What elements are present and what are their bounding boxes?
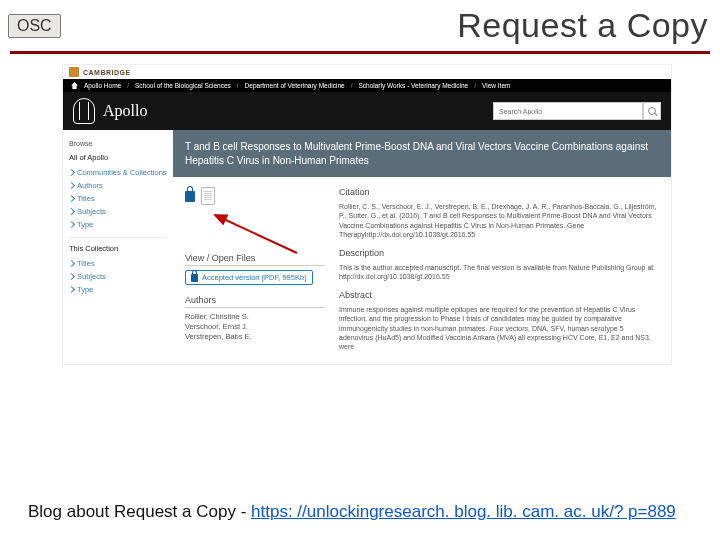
cambridge-name: CAMBRIDGE [83, 69, 131, 76]
citation-text: Rollier, C. S., Verschoor, E. J., Verstr… [339, 202, 659, 240]
crumb-sep: / [237, 82, 239, 89]
authors-list: Rollier, Christine S. Verschoor, Ernst J… [185, 312, 325, 341]
lock-icon [185, 191, 195, 202]
sidebar-item-label: Type [77, 220, 93, 229]
search-input[interactable] [493, 102, 643, 120]
caption-link[interactable]: https: //unlockingresearch. blog. lib. c… [251, 502, 676, 521]
caption-prefix: Blog about Request a Copy - [28, 502, 251, 521]
chevron-right-icon [68, 221, 75, 228]
sidebar-all-heading: All of Apollo [69, 153, 167, 162]
sidebar-browse-label: Browse [69, 140, 167, 147]
crumb-collection[interactable]: Scholarly Works - Veterinary Medicine [359, 82, 469, 89]
brand-row: Apollo [63, 92, 671, 130]
document-icon [201, 187, 215, 205]
osc-badge: OSC [8, 14, 61, 38]
sidebar-item-label: Authors [77, 181, 103, 190]
sidebar-item-communities[interactable]: Communities & Collections [69, 166, 167, 179]
sidebar-item-subjects-2[interactable]: Subjects [69, 270, 167, 283]
sidebar-item-authors[interactable]: Authors [69, 179, 167, 192]
chevron-right-icon [68, 286, 75, 293]
record-title: T and B cell Responses to Multivalent Pr… [173, 130, 671, 177]
search-button[interactable] [643, 102, 661, 120]
sidebar-item-label: Titles [77, 194, 95, 203]
sidebar-item-titles[interactable]: Titles [69, 192, 167, 205]
description-heading: Description [339, 248, 659, 260]
sidebar-item-subjects[interactable]: Subjects [69, 205, 167, 218]
description-text: This is the author accepted manuscript. … [339, 263, 659, 282]
slide-title: Request a Copy [457, 6, 708, 45]
sidebar-item-label: Subjects [77, 272, 106, 281]
chevron-right-icon [68, 260, 75, 267]
browse-sidebar: Browse All of Apollo Communities & Colle… [63, 130, 173, 364]
sidebar-item-label: Communities & Collections [77, 168, 167, 177]
sidebar-item-type[interactable]: Type [69, 218, 167, 231]
apollo-screenshot: CAMBRIDGE Apollo Home / School of the Bi… [62, 64, 672, 365]
abstract-text: Immune responses against multiple epitop… [339, 305, 659, 352]
accepted-version-link[interactable]: Accepted version (PDF, 995Kb) [185, 270, 313, 285]
pill-label: Accepted version (PDF, 995Kb) [202, 273, 307, 282]
chevron-right-icon [68, 182, 75, 189]
file-preview[interactable] [185, 187, 325, 205]
breadcrumb-nav: Apollo Home / School of the Biological S… [63, 79, 671, 92]
authors-heading: Authors [185, 295, 325, 308]
sidebar-item-label: Subjects [77, 207, 106, 216]
citation-heading: Citation [339, 187, 659, 199]
cambridge-crest-icon [69, 67, 79, 77]
abstract-heading: Abstract [339, 290, 659, 302]
sidebar-item-label: Titles [77, 259, 95, 268]
crumb-sep: / [127, 82, 129, 89]
crumb-sep: / [351, 82, 353, 89]
crumb-school[interactable]: School of the Biological Sciences [135, 82, 231, 89]
chevron-right-icon [68, 273, 75, 280]
cambridge-bar: CAMBRIDGE [63, 65, 671, 79]
sidebar-item-label: Type [77, 285, 93, 294]
header-rule [10, 51, 710, 54]
chevron-right-icon [68, 169, 75, 176]
sidebar-item-titles-2[interactable]: Titles [69, 257, 167, 270]
chevron-right-icon [68, 208, 75, 215]
crumb-sep: / [474, 82, 476, 89]
crumb-home[interactable]: Apollo Home [84, 82, 121, 89]
sidebar-this-heading: This Collection [69, 237, 167, 253]
lock-icon [191, 274, 198, 282]
chevron-right-icon [68, 195, 75, 202]
svg-line-0 [215, 215, 297, 253]
crumb-view: View Item [482, 82, 510, 89]
crumb-dept[interactable]: Department of Veterinary Medicine [245, 82, 345, 89]
apollo-brand: Apollo [103, 102, 147, 120]
apollo-lyre-icon [73, 98, 95, 124]
sidebar-item-type-2[interactable]: Type [69, 283, 167, 296]
search-icon [648, 107, 656, 115]
home-icon[interactable] [71, 82, 78, 89]
slide-caption: Blog about Request a Copy - https: //unl… [28, 502, 676, 522]
annotation-arrow [195, 211, 325, 251]
